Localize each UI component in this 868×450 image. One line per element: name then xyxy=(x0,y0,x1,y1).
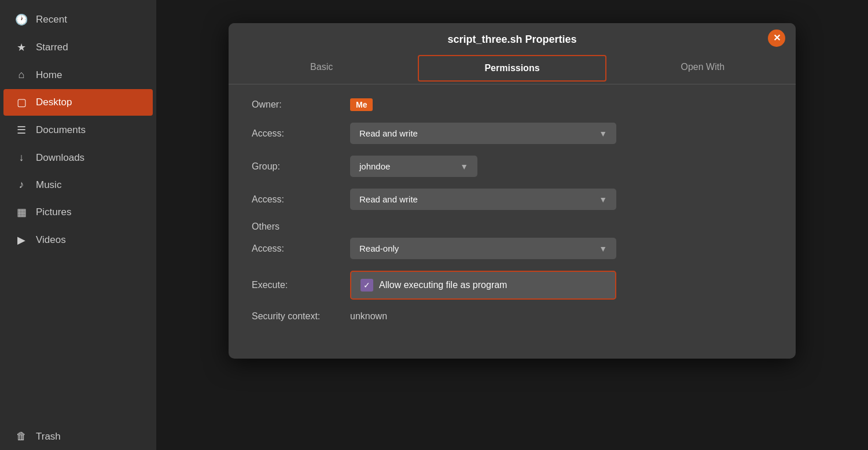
dialog-titlebar: script_three.sh Properties ✕ xyxy=(229,23,796,53)
sidebar-item-label: Downloads xyxy=(36,152,84,164)
sidebar-item-documents[interactable]: ☰ Documents xyxy=(3,117,153,143)
trash-icon: 🗑 xyxy=(15,430,28,442)
properties-dialog: script_three.sh Properties ✕ Basic Permi… xyxy=(229,23,796,359)
sidebar-item-label: Music xyxy=(36,179,61,191)
sidebar: 🕐 Recent ★ Starred ⌂ Home ▢ Desktop ☰ Do… xyxy=(0,0,156,450)
others-access-row: Access: Read-only ▼ xyxy=(252,238,773,259)
music-icon: ♪ xyxy=(15,179,28,191)
sidebar-item-label: Desktop xyxy=(36,97,72,108)
chevron-down-icon: ▼ xyxy=(599,129,607,138)
group-row: Group: johndoe ▼ xyxy=(252,156,773,177)
main-area: script_three.sh Properties ✕ Basic Permi… xyxy=(156,0,868,450)
group-label: Group: xyxy=(252,161,350,172)
others-access-dropdown[interactable]: Read-only ▼ xyxy=(350,238,616,259)
sidebar-item-label: Starred xyxy=(36,42,68,53)
videos-icon: ▶ xyxy=(15,234,28,246)
execute-checkbox[interactable]: ✓ xyxy=(361,279,373,292)
chevron-down-icon: ▼ xyxy=(460,162,468,171)
recent-icon: 🕐 xyxy=(15,13,28,26)
others-access-value: Read-only xyxy=(359,244,399,253)
tab-open-with[interactable]: Open With xyxy=(610,53,796,84)
others-label: Others xyxy=(252,222,279,231)
sidebar-item-desktop[interactable]: ▢ Desktop xyxy=(3,89,153,116)
sidebar-item-home[interactable]: ⌂ Home xyxy=(3,62,153,88)
documents-icon: ☰ xyxy=(15,124,28,137)
owner-access-row: Access: Read and write ▼ xyxy=(252,123,773,144)
sidebar-item-pictures[interactable]: ▦ Pictures xyxy=(3,199,153,226)
sidebar-item-trash[interactable]: 🗑 Trash xyxy=(3,423,153,449)
group-access-dropdown[interactable]: Read and write ▼ xyxy=(350,189,616,210)
execute-label: Execute: xyxy=(252,280,350,290)
checkmark-icon: ✓ xyxy=(363,281,370,290)
sidebar-item-starred[interactable]: ★ Starred xyxy=(3,34,153,61)
sidebar-item-label: Pictures xyxy=(36,206,71,218)
owner-access-value: Read and write xyxy=(359,128,418,138)
sidebar-item-label: Documents xyxy=(36,124,86,136)
owner-label: Owner: xyxy=(252,99,350,110)
tab-permissions[interactable]: Permissions xyxy=(418,55,606,82)
sidebar-item-videos[interactable]: ▶ Videos xyxy=(3,227,153,253)
group-access-label: Access: xyxy=(252,194,350,205)
execute-row: Execute: ✓ Allow executing file as progr… xyxy=(252,271,773,300)
downloads-icon: ↓ xyxy=(15,152,28,164)
others-access-label: Access: xyxy=(252,244,350,254)
sidebar-item-recent[interactable]: 🕐 Recent xyxy=(3,6,153,33)
star-icon: ★ xyxy=(15,41,28,54)
owner-access-dropdown[interactable]: Read and write ▼ xyxy=(350,123,616,144)
permissions-content: Owner: Me Access: Read and write ▼ Group… xyxy=(229,84,796,351)
sidebar-item-downloads[interactable]: ↓ Downloads xyxy=(3,145,153,171)
owner-row: Owner: Me xyxy=(252,98,773,111)
sidebar-item-label: Home xyxy=(36,69,62,81)
sidebar-item-label: Videos xyxy=(36,234,66,246)
close-button[interactable]: ✕ xyxy=(768,29,785,47)
execute-checkbox-container[interactable]: ✓ Allow executing file as program xyxy=(350,271,616,300)
sidebar-item-label: Recent xyxy=(36,14,67,25)
security-label: Security context: xyxy=(252,311,350,322)
group-value: johndoe xyxy=(359,161,390,171)
sidebar-item-label: Trash xyxy=(36,431,61,442)
desktop-icon: ▢ xyxy=(15,96,28,109)
dialog-tabs: Basic Permissions Open With xyxy=(229,53,796,84)
security-value: unknown xyxy=(350,311,387,322)
security-row: Security context: unknown xyxy=(252,311,773,322)
group-access-value: Read and write xyxy=(359,194,418,204)
group-access-row: Access: Read and write ▼ xyxy=(252,189,773,210)
dialog-title: script_three.sh Properties xyxy=(447,34,576,46)
chevron-down-icon: ▼ xyxy=(599,244,607,253)
group-dropdown[interactable]: johndoe ▼ xyxy=(350,156,477,177)
execute-checkbox-label: Allow executing file as program xyxy=(379,280,507,290)
home-icon: ⌂ xyxy=(15,69,28,81)
pictures-icon: ▦ xyxy=(15,206,28,219)
owner-badge: Me xyxy=(350,98,373,111)
tab-basic[interactable]: Basic xyxy=(229,53,414,84)
others-section: Others xyxy=(252,222,773,232)
chevron-down-icon: ▼ xyxy=(599,195,607,204)
owner-access-label: Access: xyxy=(252,128,350,139)
sidebar-item-music[interactable]: ♪ Music xyxy=(3,172,153,198)
